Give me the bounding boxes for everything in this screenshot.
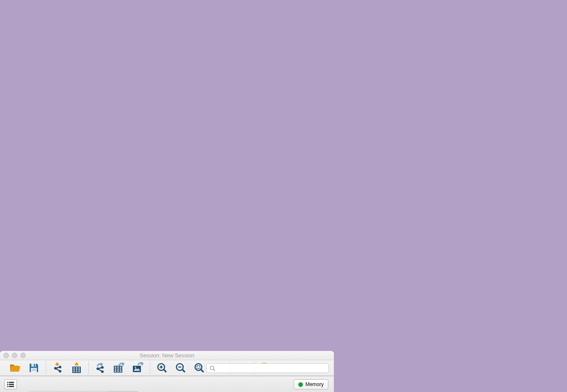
search-input[interactable] (206, 363, 329, 373)
app-titlebar: Session: New Session (0, 351, 334, 360)
export-image-icon[interactable] (131, 362, 145, 374)
save-icon[interactable] (27, 362, 41, 374)
import-network-icon[interactable] (51, 362, 65, 374)
zoom-in-icon[interactable] (155, 362, 169, 374)
close-window-button[interactable] (3, 353, 9, 358)
import-table-icon[interactable] (70, 362, 83, 374)
zoom-out-icon[interactable] (174, 362, 187, 374)
app-window: Session: New Session (0, 351, 334, 392)
zoom-window-button[interactable] (20, 353, 26, 358)
list-icon (7, 381, 14, 387)
open-file-icon[interactable] (8, 362, 22, 374)
export-table-icon[interactable] (113, 362, 126, 374)
window-title: Session: New Session (140, 352, 194, 359)
minimize-window-button[interactable] (12, 353, 17, 358)
task-history-button[interactable] (4, 379, 17, 389)
export-network-icon[interactable] (94, 362, 107, 374)
window-controls (3, 353, 26, 358)
memory-status-dot (298, 382, 303, 387)
zoom-fit-icon[interactable] (193, 362, 206, 374)
search-field (206, 363, 329, 373)
status-bar: Memory (0, 376, 334, 392)
memory-label: Memory (306, 381, 324, 387)
main-toolbar (0, 360, 334, 376)
memory-button[interactable]: Memory (294, 379, 328, 389)
